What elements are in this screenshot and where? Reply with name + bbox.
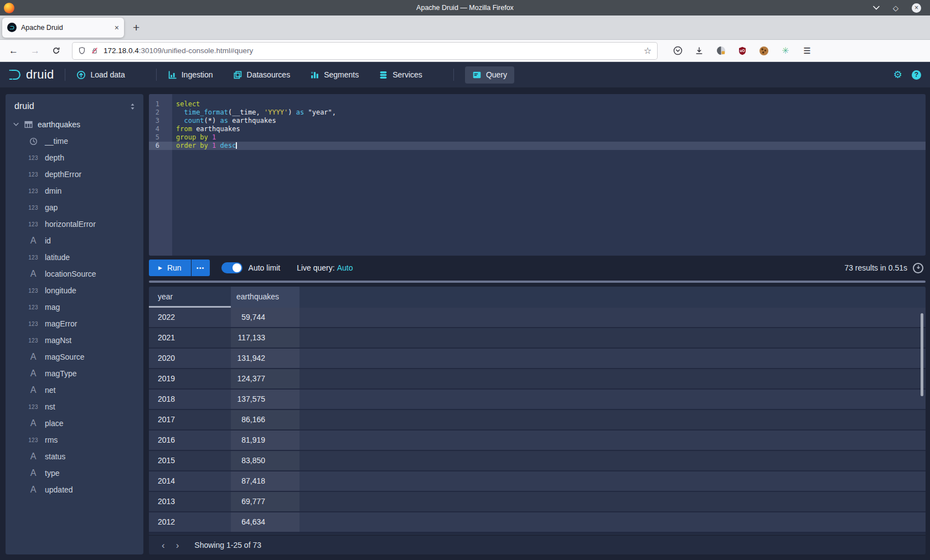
- sidebar-column-gap[interactable]: 123gap: [6, 199, 143, 216]
- cell-earthquakes: 117,133: [231, 328, 299, 348]
- next-page-icon[interactable]: ›: [176, 541, 179, 550]
- editor-line-4[interactable]: 4from earthquakes: [149, 125, 926, 133]
- forward-icon[interactable]: →: [30, 46, 40, 55]
- result-row-2015[interactable]: 201583,850: [149, 451, 926, 471]
- druid-logo[interactable]: druid: [8, 68, 54, 82]
- result-row-2017[interactable]: 201786,166: [149, 410, 926, 431]
- sidebar-column-updated[interactable]: Aupdated: [6, 481, 143, 498]
- nav-services[interactable]: Services: [379, 70, 422, 80]
- extension-icon[interactable]: [716, 46, 726, 56]
- number-type-icon: 123: [28, 172, 38, 178]
- string-type-icon: A: [30, 236, 37, 246]
- back-icon[interactable]: ←: [9, 46, 18, 55]
- nav-load-data[interactable]: Load data: [76, 70, 125, 80]
- nav-datasources[interactable]: Datasources: [233, 70, 291, 80]
- result-row-2020[interactable]: 2020131,942: [149, 349, 926, 369]
- sidebar-column-place[interactable]: Aplace: [6, 415, 143, 432]
- number-type-icon: 123: [28, 205, 38, 211]
- insecure-lock-icon[interactable]: [91, 46, 99, 55]
- cell-earthquakes: 137,575: [231, 390, 299, 409]
- column-header-earthquakes[interactable]: earthquakes: [231, 287, 299, 308]
- sidebar-column-dmin[interactable]: 123dmin: [6, 183, 143, 199]
- string-type-icon: A: [30, 468, 37, 478]
- auto-limit-label: Auto limit: [249, 263, 281, 272]
- tab-close-icon[interactable]: ×: [115, 24, 119, 32]
- editor-line-6[interactable]: 6order by 1 desc: [149, 142, 926, 150]
- run-button[interactable]: ▶ Run: [149, 260, 191, 276]
- number-type-icon: 123: [28, 404, 38, 410]
- play-icon: ▶: [158, 266, 162, 271]
- url-bar[interactable]: 172.18.0.4:30109/unified-console.html#qu…: [73, 43, 657, 59]
- sidebar-column-locationSource[interactable]: AlocationSource: [6, 266, 143, 282]
- vertical-scrollbar[interactable]: [921, 313, 923, 396]
- string-type-icon: A: [30, 269, 37, 279]
- prev-page-icon[interactable]: ‹: [162, 541, 165, 550]
- help-icon[interactable]: ?: [912, 70, 921, 80]
- sidebar-column-latitude[interactable]: 123latitude: [6, 249, 143, 266]
- settings-gear-icon[interactable]: ⚙: [893, 70, 902, 80]
- nav-ingestion[interactable]: Ingestion: [168, 70, 213, 80]
- sidebar-column-longitude[interactable]: 123longitude: [6, 282, 143, 299]
- sidebar-column-mag[interactable]: 123mag: [6, 299, 143, 315]
- bookmark-star-icon[interactable]: ☆: [644, 46, 652, 55]
- window-maximize-icon[interactable]: ◇: [893, 4, 898, 12]
- cell-year: 2014: [149, 471, 231, 491]
- app-menu-icon[interactable]: ☰: [802, 46, 812, 56]
- table-name: earthquakes: [38, 120, 80, 129]
- sidebar-column-type[interactable]: Atype: [6, 465, 143, 481]
- string-type-icon: A: [30, 418, 37, 428]
- sidebar-column-nst[interactable]: 123nst: [6, 398, 143, 415]
- sidebar-column-net[interactable]: Anet: [6, 382, 143, 398]
- window-minimize-icon[interactable]: [873, 6, 880, 10]
- nav-query-active[interactable]: Query: [465, 66, 514, 84]
- sidebar-column-horizontalError[interactable]: 123horizontalError: [6, 216, 143, 232]
- sidebar-column-id[interactable]: Aid: [6, 232, 143, 249]
- result-row-2021[interactable]: 2021117,133: [149, 328, 926, 349]
- result-row-2022[interactable]: 202259,744: [149, 308, 926, 328]
- browser-tab[interactable]: Apache Druid ×: [2, 18, 124, 38]
- editor-line-3[interactable]: 3 count(*) as earthquakes: [149, 117, 926, 125]
- sql-editor[interactable]: 1select2 time_format(__time, 'YYYY') as …: [149, 94, 926, 256]
- pocket-icon[interactable]: [673, 46, 683, 56]
- result-row-2016[interactable]: 201681,919: [149, 431, 926, 451]
- live-query-value[interactable]: Auto: [337, 263, 353, 272]
- string-type-icon: A: [30, 352, 37, 362]
- result-row-2019[interactable]: 2019124,377: [149, 369, 926, 390]
- sidebar-table-earthquakes[interactable]: earthquakes: [6, 116, 143, 133]
- sidebar-column-__time[interactable]: __time: [6, 133, 143, 149]
- new-tab-button[interactable]: +: [133, 22, 140, 33]
- horizontal-scrollbar[interactable]: [149, 281, 926, 283]
- nav-segments[interactable]: Segments: [310, 70, 359, 80]
- run-more-button[interactable]: •••: [192, 260, 210, 276]
- cell-year: 2017: [149, 410, 231, 429]
- sort-double-caret-icon[interactable]: [129, 102, 136, 111]
- load-data-icon: [76, 70, 86, 80]
- sidebar-column-rms[interactable]: 123rms: [6, 432, 143, 448]
- sidebar-column-magType[interactable]: AmagType: [6, 365, 143, 382]
- sidebar-column-status[interactable]: Astatus: [6, 448, 143, 465]
- editor-line-5[interactable]: 5group by 1: [149, 133, 926, 142]
- asterisk-extension-icon[interactable]: ✳: [781, 46, 790, 56]
- result-row-2014[interactable]: 201487,418: [149, 471, 926, 492]
- ublock-origin-icon[interactable]: uO: [737, 46, 747, 56]
- sidebar-column-depthError[interactable]: 123depthError: [6, 166, 143, 183]
- result-row-2012[interactable]: 201264,634: [149, 512, 926, 533]
- download-icon[interactable]: [694, 46, 704, 56]
- result-row-2013[interactable]: 201369,777: [149, 492, 926, 512]
- cookie-extension-icon[interactable]: [759, 46, 769, 56]
- window-close-icon[interactable]: ×: [912, 3, 921, 13]
- sidebar-column-magSource[interactable]: AmagSource: [6, 349, 143, 365]
- result-row-2018[interactable]: 2018137,575: [149, 390, 926, 410]
- sidebar-column-magError[interactable]: 123magError: [6, 315, 143, 332]
- tracking-shield-icon[interactable]: [78, 46, 86, 55]
- sidebar-column-depth[interactable]: 123depth: [6, 149, 143, 166]
- column-header-year[interactable]: year: [149, 287, 231, 308]
- reload-icon[interactable]: [52, 46, 60, 55]
- cell-earthquakes: 87,418: [231, 471, 299, 491]
- cell-earthquakes: 81,919: [231, 431, 299, 450]
- auto-limit-toggle[interactable]: [221, 262, 242, 273]
- editor-line-1[interactable]: 1select: [149, 100, 926, 108]
- sidebar-column-magNst[interactable]: 123magNst: [6, 332, 143, 349]
- editor-line-2[interactable]: 2 time_format(__time, 'YYYY') as "year",: [149, 108, 926, 117]
- export-download-icon[interactable]: [913, 263, 923, 273]
